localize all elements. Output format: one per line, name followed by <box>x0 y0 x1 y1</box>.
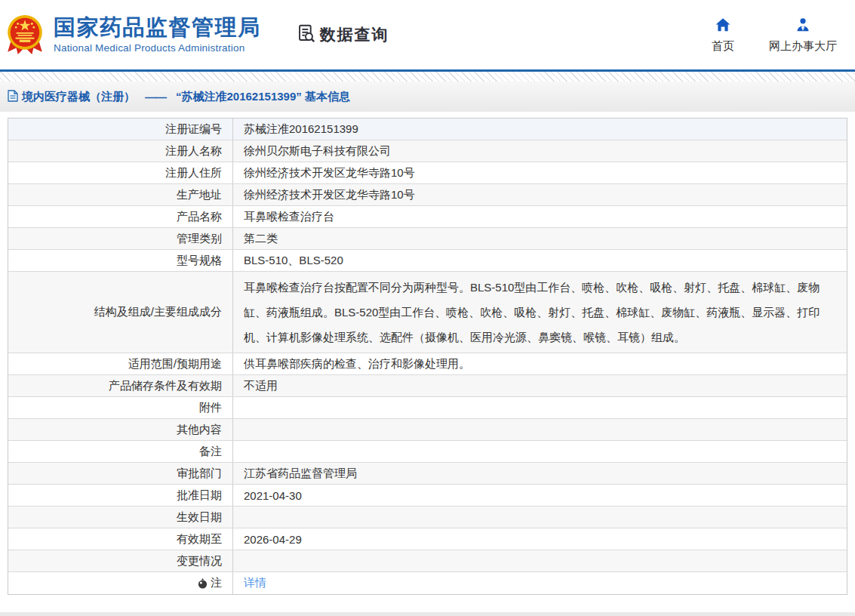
table-row: 审批部门江苏省药品监督管理局 <box>8 463 847 485</box>
nav-item-home[interactable]: 首页 <box>712 17 734 54</box>
home-icon <box>715 17 731 35</box>
table-row: 备注 <box>8 441 847 463</box>
data-query-nav[interactable]: 数据查询 <box>296 23 389 47</box>
table-row: 管理类别第二类 <box>8 228 847 250</box>
site-header: 国家药品监督管理局 National Medical Products Admi… <box>0 0 855 72</box>
field-label: 注册人住所 <box>8 162 233 183</box>
breadcrumb-band: 境内医疗器械（注册） —— “苏械注准20162151399” 基本信息 <box>0 82 855 112</box>
field-label: 变更情况 <box>8 550 233 571</box>
table-row: 适用范围/预期用途供耳鼻喉部疾病的检查、治疗和影像处理用。 <box>8 353 847 375</box>
data-query-label: 数据查询 <box>320 24 389 45</box>
site-title: 国家药品监督管理局 <box>54 16 261 40</box>
field-label: 附件 <box>8 397 233 418</box>
field-value <box>233 550 847 571</box>
nav-item-label: 网上办事大厅 <box>769 39 837 54</box>
field-value: 供耳鼻喉部疾病的检查、治疗和影像处理用。 <box>233 353 847 374</box>
hatched-divider-band <box>0 72 855 82</box>
table-row: 其他内容 <box>8 419 847 441</box>
info-table: 注册证编号苏械注准20162151399注册人名称徐州贝尔斯电子科技有限公司注册… <box>8 118 847 595</box>
field-value: 耳鼻喉检查治疗台 <box>233 206 847 227</box>
field-label: 注册证编号 <box>8 119 233 140</box>
user-icon <box>795 17 811 35</box>
table-row: 生效日期 <box>8 507 847 528</box>
site-subtitle: National Medical Products Administration <box>54 42 261 54</box>
field-label: 其他内容 <box>8 419 233 440</box>
table-row: 产品名称耳鼻喉检查治疗台 <box>8 206 847 228</box>
document-search-icon <box>296 23 316 47</box>
table-row: 附件 <box>8 397 847 419</box>
table-row: 批准日期2021-04-30 <box>8 485 847 507</box>
table-row: 注册人住所徐州经济技术开发区龙华寺路10号 <box>8 162 847 184</box>
field-value: BLS-510、BLS-520 <box>233 250 847 271</box>
table-row: 生产地址徐州经济技术开发区龙华寺路10号 <box>8 184 847 206</box>
field-value: 苏械注准20162151399 <box>233 119 847 140</box>
field-value: 徐州贝尔斯电子科技有限公司 <box>233 140 847 162</box>
breadcrumb: 境内医疗器械（注册） —— “苏械注准20162151399” 基本信息 <box>8 90 350 104</box>
field-label: 结构及组成/主要组成成分 <box>8 272 233 353</box>
national-emblem-logo[interactable] <box>6 13 44 57</box>
site-title-block: 国家药品监督管理局 National Medical Products Admi… <box>54 16 261 54</box>
field-value <box>233 397 847 418</box>
table-row: 型号规格BLS-510、BLS-520 <box>8 250 847 272</box>
field-value: 江苏省药品监督管理局 <box>233 463 847 484</box>
field-label: 注册人名称 <box>8 140 233 162</box>
field-value: 徐州经济技术开发区龙华寺路10号 <box>233 184 847 205</box>
field-label: 产品名称 <box>8 206 233 227</box>
balloon-icon <box>198 577 208 590</box>
field-value: 不适用 <box>233 375 847 396</box>
field-label: 注 <box>8 572 233 594</box>
field-label: 型号规格 <box>8 250 233 271</box>
field-value: 2021-04-30 <box>233 485 847 506</box>
field-label: 适用范围/预期用途 <box>8 353 233 374</box>
breadcrumb-section[interactable]: 境内医疗器械（注册） <box>22 90 135 104</box>
nav-item-label: 首页 <box>712 39 734 54</box>
field-value <box>233 507 847 528</box>
field-value: 2026-04-29 <box>233 528 847 550</box>
field-value: 徐州经济技术开发区龙华寺路10号 <box>233 162 847 183</box>
field-value <box>233 441 847 462</box>
table-row: 产品储存条件及有效期不适用 <box>8 375 847 397</box>
table-row: 变更情况 <box>8 550 847 572</box>
table-row: 有效期至2026-04-29 <box>8 528 847 550</box>
nav-item-service-hall[interactable]: 网上办事大厅 <box>769 17 837 54</box>
field-value: 第二类 <box>233 228 847 249</box>
field-label: 备注 <box>8 441 233 462</box>
field-label: 审批部门 <box>8 463 233 484</box>
footer-band <box>0 612 855 616</box>
field-value: 耳鼻喉检查治疗台按配置不同分为两种型号。BLS-510型由工作台、喷枪、吹枪、吸… <box>233 272 847 353</box>
field-label: 生效日期 <box>8 507 233 528</box>
table-row: 结构及组成/主要组成成分耳鼻喉检查治疗台按配置不同分为两种型号。BLS-510型… <box>8 272 847 353</box>
field-label: 产品储存条件及有效期 <box>8 375 233 396</box>
detail-link[interactable]: 详情 <box>244 576 266 590</box>
table-row: 注册证编号苏械注准20162151399 <box>8 119 847 140</box>
document-icon <box>8 90 18 104</box>
table-row: 注册人名称徐州贝尔斯电子科技有限公司 <box>8 140 847 162</box>
field-label: 有效期至 <box>8 528 233 550</box>
breadcrumb-separator: —— <box>145 91 166 103</box>
field-value <box>233 419 847 440</box>
field-label: 管理类别 <box>8 228 233 249</box>
field-label: 生产地址 <box>8 184 233 205</box>
header-nav: 首页 网上办事大厅 <box>712 17 855 54</box>
field-label: 批准日期 <box>8 485 233 506</box>
breadcrumb-detail: “苏械注准20162151399” 基本信息 <box>176 90 350 104</box>
field-value: 详情 <box>233 572 847 594</box>
table-row: 注详情 <box>8 572 847 594</box>
